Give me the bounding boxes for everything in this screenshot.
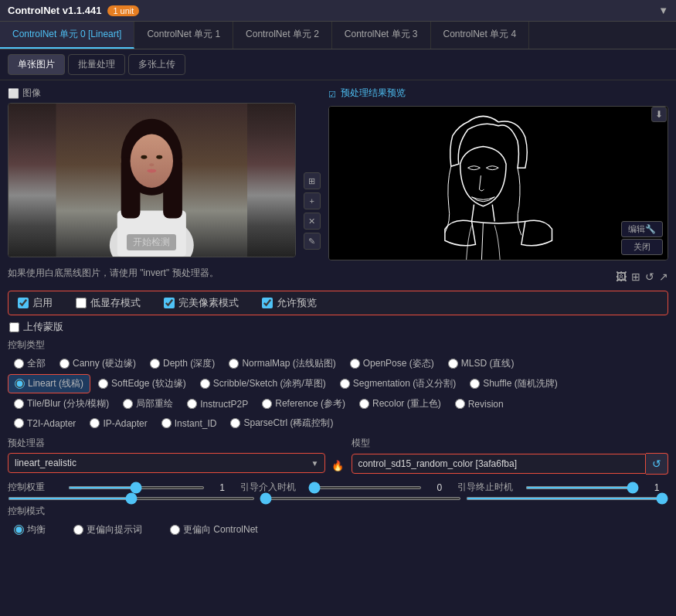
tab-unit2[interactable]: ControlNet 单元 2: [233, 22, 332, 49]
sub-tab-batch[interactable]: 批量处理: [68, 54, 125, 75]
refresh-icon-btn[interactable]: ↺: [645, 271, 654, 283]
preview-image-box[interactable]: 编辑🔧 关闭: [328, 106, 668, 260]
model-select[interactable]: control_sd15_random_color [3afa6fba]: [352, 454, 647, 474]
end-control-slider[interactable]: [525, 486, 639, 489]
sub-tab-multi[interactable]: 多张上传: [128, 54, 185, 75]
svg-point-8: [156, 155, 162, 159]
end-value: 1: [645, 482, 668, 493]
top-bar: ControlNet v1.1.441 1 unit ▼: [0, 0, 676, 22]
radio-tile[interactable]: Tile/Blur (分块/模糊): [8, 395, 115, 413]
image-icon-btn[interactable]: 🖼: [616, 271, 627, 283]
arrow-icon-btn[interactable]: ↗: [659, 271, 668, 283]
control-type-label: 控制类型: [8, 339, 668, 352]
sub-tabs: 单张图片 批量处理 多张上传: [0, 49, 676, 80]
hint-text: 如果使用白底黑线图片，请使用 "invert" 预处理器。: [8, 267, 219, 280]
flame-icon: 🔥: [331, 460, 344, 471]
control-type-section: 控制类型 全部 Canny (硬边缘) Depth (深度) NormalMap…: [8, 339, 668, 432]
full-sliders-row: [8, 497, 668, 500]
zoom-fit-btn[interactable]: ⊞: [304, 172, 321, 189]
preview-checkbox[interactable]: 允许预览: [262, 296, 317, 310]
preview-image-panel: ☑ 预处理结果预览: [328, 87, 668, 260]
preprocessor-label: 预处理器: [8, 437, 325, 450]
close-img-btn[interactable]: ✕: [304, 213, 321, 230]
radio-depth[interactable]: Depth (深度): [144, 355, 221, 373]
mode-controlnet[interactable]: 更偏向 ControlNet: [164, 521, 264, 539]
top-dropdown-arrow[interactable]: ▼: [658, 5, 668, 16]
upload-mask-checkbox[interactable]: [9, 322, 19, 332]
sliders-section: 控制权重 1 引导介入时机 0 引导终止时机 1: [8, 481, 668, 500]
image-label: ⬜ 图像: [8, 87, 296, 100]
radio-sparse[interactable]: SparseCtrl (稀疏控制): [224, 414, 339, 432]
preprocessor-col: 预处理器 lineart_realistic: [8, 437, 325, 475]
close-button[interactable]: 关闭: [621, 239, 663, 255]
radio-recolor[interactable]: Recolor (重上色): [353, 395, 447, 413]
edit-close-buttons: 编辑🔧 关闭: [621, 221, 663, 255]
radio-mlsd[interactable]: MLSD (直线): [442, 355, 521, 373]
radio-softedge[interactable]: SoftEdge (软边缘): [92, 375, 192, 393]
model-refresh-btn[interactable]: ↺: [646, 453, 668, 475]
pen-btn[interactable]: ✎: [304, 233, 321, 250]
radio-instructp2p[interactable]: InstructP2P: [181, 396, 254, 412]
input-image-panel: ⬜ 图像: [8, 87, 296, 260]
control-weight-slider[interactable]: [68, 486, 205, 489]
weight-value: 1: [211, 482, 234, 493]
svg-point-6: [131, 134, 173, 188]
preprocessor-select[interactable]: lineart_realistic: [8, 453, 325, 473]
enable-checkbox[interactable]: 启用: [18, 296, 53, 310]
preprocessor-select-wrapper: lineart_realistic: [8, 453, 325, 473]
mode-prompt[interactable]: 更偏向提示词: [67, 521, 148, 539]
icon-buttons: 🖼 ⊞ ↺ ↗: [616, 271, 668, 283]
image-controls: ⊞ + ✕ ✎: [304, 172, 321, 250]
tab-unit1[interactable]: ControlNet 单元 1: [134, 22, 233, 49]
radio-shuffle[interactable]: Shuffle (随机洗牌): [464, 375, 563, 393]
edit-button[interactable]: 编辑🔧: [621, 221, 663, 237]
radio-inpaint[interactable]: 局部重绘: [117, 395, 179, 413]
unit-badge: 1 unit: [107, 5, 139, 16]
radio-scribble[interactable]: Scribble/Sketch (涂鸦/草图): [194, 375, 332, 393]
control-mode-section: 控制模式 均衡 更偏向提示词 更偏向 ControlNet: [8, 505, 668, 539]
model-label: 模型: [352, 437, 669, 450]
main-content: ⬜ 图像: [0, 80, 676, 550]
radio-openpose[interactable]: OpenPose (姿态): [344, 355, 440, 373]
mode-balanced[interactable]: 均衡: [8, 521, 52, 539]
radio-revision[interactable]: Revision: [449, 396, 510, 412]
control-mode-label: 控制模式: [8, 505, 668, 518]
svg-point-10: [147, 169, 156, 173]
control-type-row1: 全部 Canny (硬边缘) Depth (深度) NormalMap (法线贴…: [8, 355, 668, 373]
control-type-row3: Tile/Blur (分块/模糊) 局部重绘 InstructP2P Refer…: [8, 395, 668, 413]
start-control-slider[interactable]: [308, 486, 422, 489]
download-btn[interactable]: ⬇: [651, 107, 667, 122]
weight-full-slider[interactable]: [8, 497, 255, 500]
zoom-in-btn[interactable]: +: [304, 192, 321, 209]
model-select-wrapper: control_sd15_random_color [3afa6fba] ↺: [352, 453, 669, 475]
svg-point-9: [149, 163, 154, 166]
app-title: ControlNet v1.1.441: [8, 5, 101, 16]
hint-row: 如果使用白底黑线图片，请使用 "invert" 预处理器。 🖼 ⊞ ↺ ↗: [8, 267, 668, 286]
radio-instantid[interactable]: Instant_ID: [155, 416, 223, 431]
lowvram-checkbox[interactable]: 低显存模式: [76, 296, 141, 310]
main-tabs: ControlNet 单元 0 [Lineart] ControlNet 单元 …: [0, 22, 676, 49]
control-type-row2: Lineart (线稿) SoftEdge (软边缘) Scribble/Ske…: [8, 374, 668, 393]
end-full-slider[interactable]: [466, 497, 668, 500]
tab-unit0[interactable]: ControlNet 单元 0 [Lineart]: [0, 22, 134, 49]
radio-ip[interactable]: IP-Adapter: [83, 416, 153, 431]
enable-checkboxes-row: 启用 低显存模式 完美像素模式 允许预览: [8, 291, 668, 315]
radio-canny[interactable]: Canny (硬边缘): [53, 355, 142, 373]
radio-normalmap[interactable]: NormalMap (法线贴图): [223, 355, 341, 373]
grid-icon-btn[interactable]: ⊞: [631, 271, 640, 283]
preprocessor-model-row: 预处理器 lineart_realistic 🔥 模型 control_sd15…: [8, 437, 668, 475]
upload-mask-label: 上传蒙版: [23, 320, 63, 334]
tab-unit4[interactable]: ControlNet 单元 4: [431, 22, 530, 49]
start-full-slider[interactable]: [260, 497, 462, 500]
radio-segmentation[interactable]: Segmentation (语义分割): [334, 375, 462, 393]
upload-mode-row: 上传蒙版: [8, 320, 668, 334]
radio-t2i[interactable]: T2I-Adapter: [8, 416, 82, 431]
radio-lineart[interactable]: Lineart (线稿): [8, 374, 90, 393]
pixel-checkbox[interactable]: 完美像素模式: [164, 296, 239, 310]
radio-all[interactable]: 全部: [8, 355, 52, 373]
input-image-box[interactable]: 开始检测: [8, 103, 296, 257]
radio-reference[interactable]: Reference (参考): [256, 395, 352, 413]
open-cam-label: 开始检测: [127, 234, 176, 250]
tab-unit3[interactable]: ControlNet 单元 3: [332, 22, 431, 49]
sub-tab-single[interactable]: 单张图片: [8, 54, 65, 75]
